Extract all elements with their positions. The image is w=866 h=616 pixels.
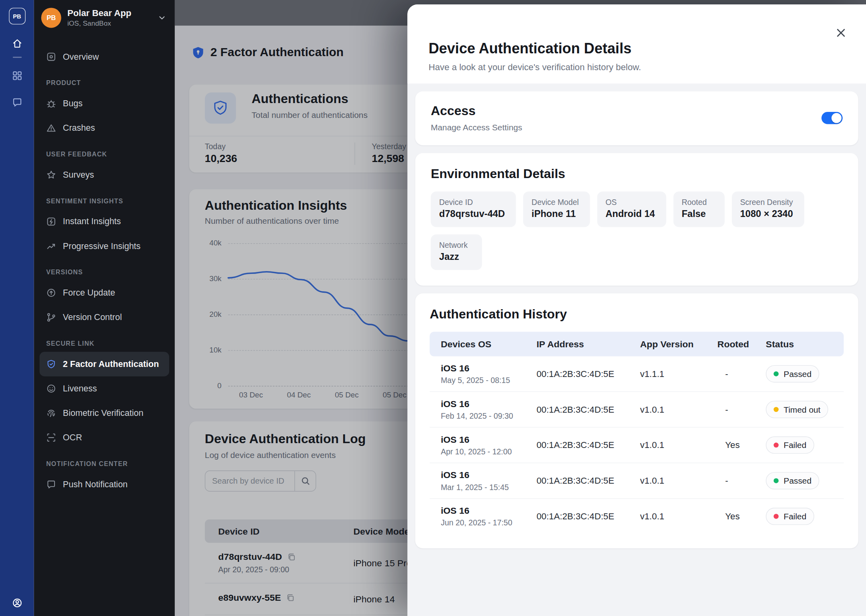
toggle-knob bbox=[832, 113, 842, 123]
status-badge: Passed bbox=[766, 472, 819, 489]
sidebar-item-force-update[interactable]: Force Update bbox=[40, 281, 169, 305]
access-toggle[interactable] bbox=[821, 111, 843, 124]
status-dot bbox=[774, 371, 779, 376]
home-icon[interactable] bbox=[11, 38, 22, 49]
status-badge: Failed bbox=[766, 436, 814, 454]
history-title: Authentication History bbox=[430, 307, 844, 322]
status-dot bbox=[774, 478, 779, 483]
history-row: iOS 16 Feb 14, 2025 - 09:30 00:1A:2B:3C:… bbox=[430, 392, 844, 428]
section-label-secure-link: SECURE LINK bbox=[46, 340, 162, 347]
status-dot bbox=[774, 514, 779, 519]
sidebar-item-surveys[interactable]: Surveys bbox=[40, 162, 169, 187]
history-row: iOS 16 May 5, 2025 - 08:15 00:1A:2B:3C:4… bbox=[430, 356, 844, 392]
apps-grid-icon[interactable] bbox=[11, 70, 22, 81]
modal-subtitle: Have a look at your device's verificatio… bbox=[429, 62, 844, 72]
sidebar-item-ocr[interactable]: OCR bbox=[40, 426, 169, 450]
access-title: Access bbox=[431, 103, 522, 118]
surveys-icon bbox=[46, 170, 56, 180]
app-switcher[interactable]: PB Polar Bear App iOS, SandBox bbox=[34, 0, 175, 36]
left-rail: PB bbox=[0, 0, 34, 616]
status-dot bbox=[774, 443, 779, 448]
sidebar-item-liveness[interactable]: Liveness bbox=[40, 376, 169, 401]
sidebar-item-biometric-verification[interactable]: Biometric Verification bbox=[40, 401, 169, 425]
brand-logo: PB bbox=[9, 8, 26, 24]
env-field-screen-density: Screen Density 1080 × 2340 bbox=[732, 192, 804, 227]
biometric-verification-icon bbox=[46, 408, 56, 418]
chat-icon[interactable] bbox=[11, 97, 22, 108]
app-name: Polar Bear App bbox=[67, 8, 151, 18]
modal-header: Device Authentication Details Have a loo… bbox=[407, 4, 866, 83]
modal-body: Access Manage Access Settings Environmen… bbox=[407, 83, 866, 616]
sidebar-item-bugs[interactable]: Bugs bbox=[40, 91, 169, 116]
chevron-down-icon[interactable] bbox=[157, 13, 167, 23]
sidebar-item-crashes[interactable]: Crashes bbox=[40, 116, 169, 140]
app-screen: PB PB Polar Bear App iOS, SandBox bbox=[0, 0, 866, 616]
history-table-header: Devices OS IP Address App Version Rooted… bbox=[430, 332, 844, 356]
section-label-sentiment-insights: SENTIMENT INSIGHTS bbox=[46, 197, 162, 205]
history-row: iOS 16 Jun 20, 2025 - 17:50 00:1A:2B:3C:… bbox=[430, 499, 844, 534]
history-row: iOS 16 Mar 1, 2025 - 15:45 00:1A:2B:3C:4… bbox=[430, 463, 844, 499]
history-row: iOS 16 Apr 10, 2025 - 12:00 00:1A:2B:3C:… bbox=[430, 428, 844, 463]
sidebar-item-overview[interactable]: Overview bbox=[40, 45, 169, 69]
overview-icon bbox=[46, 52, 56, 62]
instant-insights-icon bbox=[46, 217, 56, 227]
sidebar-item-progressive-insights[interactable]: Progressive Insights bbox=[40, 234, 169, 258]
crashes-icon bbox=[46, 123, 56, 133]
sidebar: PB Polar Bear App iOS, SandBox Overview … bbox=[34, 0, 175, 616]
force-update-icon bbox=[46, 288, 56, 298]
app-environment: iOS, SandBox bbox=[67, 20, 151, 27]
sidebar-item-version-control[interactable]: Version Control bbox=[40, 305, 169, 330]
section-label-user-feedback: USER FEEDBACK bbox=[46, 150, 162, 158]
env-field-os: OS Android 14 bbox=[597, 192, 666, 227]
status-badge: Timed out bbox=[766, 401, 828, 418]
liveness-icon bbox=[46, 383, 56, 393]
env-field-device-id: Device ID d78qrstuv-44D bbox=[431, 192, 516, 227]
access-card: Access Manage Access Settings bbox=[415, 91, 858, 146]
version-control-icon bbox=[46, 312, 56, 322]
section-label-notification-center: NOTIFICATION CENTER bbox=[46, 460, 162, 468]
modal-title: Device Authentication Details bbox=[429, 40, 844, 57]
bugs-icon bbox=[46, 99, 56, 109]
status-badge: Failed bbox=[766, 508, 814, 525]
history-table: Devices OS IP Address App Version Rooted… bbox=[430, 332, 844, 534]
push-notification-icon bbox=[46, 479, 56, 489]
sidebar-item-push-notification[interactable]: Push Notification bbox=[40, 472, 169, 496]
progressive-insights-icon bbox=[46, 241, 56, 251]
authentication-history-card: Authentication History Devices OS IP Add… bbox=[415, 294, 858, 549]
section-label-versions: VERSIONS bbox=[46, 268, 162, 276]
app-avatar: PB bbox=[41, 8, 61, 28]
access-subtitle: Manage Access Settings bbox=[431, 122, 522, 132]
two-factor-auth-icon bbox=[46, 359, 56, 369]
profile-icon[interactable] bbox=[11, 598, 22, 609]
rail-divider bbox=[12, 57, 21, 58]
status-dot bbox=[774, 407, 779, 412]
sidebar-item-two-factor-authentication[interactable]: 2 Factor Authentication bbox=[40, 352, 169, 376]
env-field-device-model: Device Model iPhone 11 bbox=[523, 192, 590, 227]
ocr-icon bbox=[46, 433, 56, 443]
close-icon[interactable] bbox=[833, 24, 850, 41]
environmental-details-card: Environmental Details Device ID d78qrstu… bbox=[415, 153, 858, 286]
environment-title: Environmental Details bbox=[431, 166, 842, 181]
sidebar-nav: Overview PRODUCT Bugs Crashes USER FEEDB… bbox=[34, 36, 175, 496]
status-badge: Passed bbox=[766, 365, 819, 383]
env-field-network: Network Jazz bbox=[431, 234, 482, 270]
env-field-rooted: Rooted False bbox=[673, 192, 724, 227]
section-label-product: PRODUCT bbox=[46, 79, 162, 87]
sidebar-item-instant-insights[interactable]: Instant Insights bbox=[40, 209, 169, 234]
device-auth-details-modal: Device Authentication Details Have a loo… bbox=[407, 4, 866, 616]
